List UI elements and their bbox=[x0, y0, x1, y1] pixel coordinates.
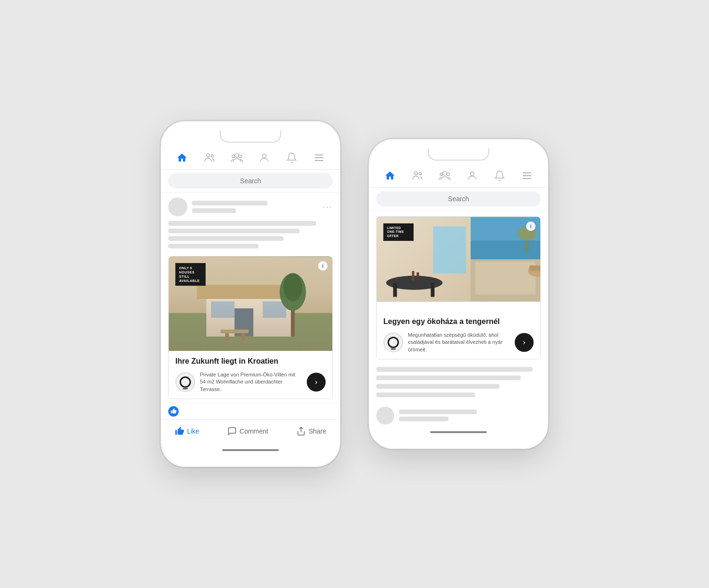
nav-groups-icon-right[interactable] bbox=[438, 169, 451, 182]
search-bar-right[interactable]: Search bbox=[369, 187, 548, 211]
svg-point-18 bbox=[284, 273, 303, 301]
reactions-bar-left bbox=[161, 403, 340, 419]
svg-rect-15 bbox=[263, 301, 286, 318]
home-indicator-right bbox=[430, 431, 487, 433]
skel-r-1 bbox=[376, 367, 533, 372]
post-header-lines bbox=[192, 201, 318, 213]
svg-point-5 bbox=[262, 154, 266, 158]
svg-point-1 bbox=[211, 155, 214, 157]
more-options-left[interactable]: ··· bbox=[323, 202, 333, 212]
nav-notifications-icon[interactable] bbox=[285, 151, 298, 164]
svg-rect-35 bbox=[433, 226, 466, 273]
comment-label-left: Comment bbox=[240, 427, 268, 435]
svg-rect-20 bbox=[225, 333, 229, 341]
svg-rect-14 bbox=[211, 301, 234, 318]
svg-point-2 bbox=[235, 153, 239, 157]
nav-home-icon-right[interactable] bbox=[383, 169, 397, 182]
nav-notifications-icon-right[interactable] bbox=[493, 169, 506, 182]
ad-overlay-badge-left: ONLY 6 HOUSES STILL AVAILABLE bbox=[175, 263, 206, 286]
post-text-skeleton-left bbox=[161, 221, 340, 253]
notch-left bbox=[220, 130, 281, 143]
skeleton-line-4 bbox=[168, 244, 259, 248]
svg-rect-11 bbox=[207, 294, 291, 336]
svg-rect-46 bbox=[417, 273, 419, 281]
nav-friends-icon[interactable] bbox=[203, 151, 216, 164]
avatar-row-right bbox=[369, 407, 548, 425]
svg-point-26 bbox=[440, 173, 443, 176]
search-input-left[interactable]: Search bbox=[168, 173, 333, 188]
ad-body-left: Ihre Zukunft liegt in Kroatien Private L… bbox=[169, 351, 332, 399]
home-indicator-left bbox=[222, 449, 279, 451]
svg-rect-44 bbox=[526, 240, 528, 252]
ad-logo-right bbox=[383, 332, 403, 352]
skeleton-line-3 bbox=[168, 236, 284, 241]
skeleton-line-2 bbox=[168, 229, 300, 233]
notch-right bbox=[428, 148, 489, 161]
svg-point-28 bbox=[470, 172, 474, 176]
skeleton-rows-right bbox=[369, 363, 548, 401]
svg-rect-21 bbox=[242, 333, 245, 341]
ad-info-icon-right[interactable]: i bbox=[526, 222, 536, 231]
like-badge-left bbox=[168, 406, 179, 417]
ad-info-icon-left[interactable]: i bbox=[318, 261, 328, 271]
phone-right: Search bbox=[369, 139, 548, 449]
svg-rect-42 bbox=[471, 240, 540, 259]
post-avatar-left bbox=[168, 197, 187, 216]
search-bar-left[interactable]: Search bbox=[161, 170, 340, 193]
nav-menu-icon-right[interactable] bbox=[520, 169, 534, 182]
line-group-right bbox=[399, 409, 541, 421]
ad-image-left: ONLY 6 HOUSES STILL AVAILABLE i bbox=[169, 256, 332, 351]
skel-r-3 bbox=[376, 384, 500, 389]
ad-description-left: Private Lage von Premium-Öko-Villen mit … bbox=[200, 371, 302, 393]
like-label-left: Like bbox=[187, 427, 199, 435]
nav-friends-icon-right[interactable] bbox=[411, 169, 424, 182]
ad-title-left: Ihre Zukunft liegt in Kroatien bbox=[175, 357, 326, 366]
ad-title-right: Legyen egy ökoháza a tengernél bbox=[383, 317, 534, 327]
nav-groups-icon[interactable] bbox=[230, 151, 243, 164]
ad-overlay-badge-right: LIMITED ONE-TIME OFFER bbox=[383, 223, 414, 241]
like-action-left[interactable]: Like bbox=[165, 424, 209, 439]
skel-r-4 bbox=[376, 392, 475, 397]
svg-rect-16 bbox=[291, 299, 295, 337]
svg-rect-38 bbox=[431, 283, 434, 297]
svg-point-0 bbox=[207, 154, 210, 157]
screen-right: Search bbox=[369, 164, 548, 425]
nav-menu-icon[interactable] bbox=[312, 151, 326, 164]
svg-point-23 bbox=[415, 172, 418, 175]
share-label-left: Share bbox=[309, 427, 326, 435]
phone-left: Search ··· bbox=[161, 121, 340, 467]
share-action-left[interactable]: Share bbox=[287, 424, 336, 439]
svg-rect-13 bbox=[234, 308, 253, 337]
page-wrapper: Search ··· bbox=[123, 93, 586, 495]
ad-card-left[interactable]: ONLY 6 HOUSES STILL AVAILABLE i Ihre Zuk… bbox=[168, 256, 333, 399]
search-input-right[interactable]: Search bbox=[376, 191, 541, 206]
svg-point-25 bbox=[443, 171, 447, 175]
ad-cta-button-left[interactable]: › bbox=[307, 373, 326, 392]
nav-profile-icon[interactable] bbox=[258, 151, 271, 164]
svg-point-3 bbox=[232, 155, 235, 158]
nav-home-icon[interactable] bbox=[175, 151, 189, 164]
svg-point-27 bbox=[447, 173, 450, 176]
skel-r-2 bbox=[376, 375, 521, 380]
ad-logo-inner-right bbox=[388, 337, 399, 348]
svg-rect-40 bbox=[476, 262, 536, 295]
skeleton-name bbox=[192, 201, 268, 205]
svg-rect-19 bbox=[220, 330, 249, 333]
facebook-nav-right bbox=[369, 164, 548, 187]
ad-image-right: LIMITED ONE-TIME OFFER i bbox=[377, 217, 540, 311]
skel-avatar-1 bbox=[399, 409, 477, 414]
comment-action-left[interactable]: Comment bbox=[218, 424, 278, 439]
ad-logo-left bbox=[175, 372, 195, 392]
post-header-left: ··· bbox=[161, 193, 340, 221]
svg-rect-10 bbox=[169, 313, 332, 351]
nav-profile-icon-right[interactable] bbox=[466, 169, 479, 182]
ad-card-right[interactable]: LIMITED ONE-TIME OFFER i Legyen egy ökoh… bbox=[376, 216, 541, 359]
skel-avatar-2 bbox=[399, 417, 449, 421]
svg-rect-45 bbox=[412, 271, 415, 281]
skeleton-time bbox=[192, 208, 236, 213]
skeleton-line-1 bbox=[168, 221, 316, 226]
svg-rect-37 bbox=[393, 283, 397, 297]
ad-description-right: Megunhatatlan szépségű öküdülő, ahol csa… bbox=[408, 332, 510, 353]
svg-point-24 bbox=[419, 173, 422, 175]
ad-cta-button-right[interactable]: › bbox=[515, 333, 534, 352]
